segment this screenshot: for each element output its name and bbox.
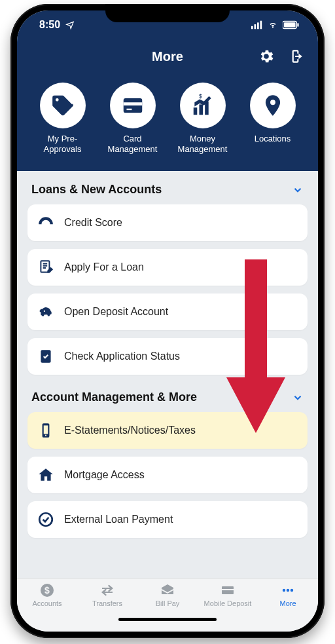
notch	[105, 4, 230, 22]
svg-text:$: $	[198, 93, 202, 100]
chevron-down-icon	[292, 392, 304, 404]
item-label: Credit Score	[64, 217, 122, 229]
item-open-deposit[interactable]: Open Deposit Account	[27, 294, 308, 330]
svg-rect-9	[126, 109, 132, 110]
svg-rect-5	[284, 22, 296, 27]
item-label: Check Application Status	[64, 350, 180, 362]
svg-rect-23	[222, 589, 234, 590]
quick-label: Locations	[255, 134, 291, 144]
tab-label: Transfers	[92, 599, 122, 607]
item-apply-loan[interactable]: Apply For a Loan	[27, 249, 308, 286]
svg-point-26	[291, 589, 293, 592]
battery-icon	[283, 20, 300, 29]
tab-label: Mobile Deposit	[204, 599, 252, 607]
quick-label: My Pre-Approvals	[30, 134, 96, 154]
tab-label: More	[279, 599, 296, 607]
home-indicator	[118, 618, 217, 621]
item-label: E-Statements/Notices/Taxes	[64, 425, 196, 436]
svg-text:$: $	[44, 585, 50, 596]
settings-icon[interactable]	[258, 48, 275, 65]
item-external-loan-payment[interactable]: External Loan Payment	[27, 501, 308, 538]
svg-point-24	[283, 589, 285, 592]
item-e-statements[interactable]: E-Statements/Notices/Taxes	[27, 412, 308, 449]
tab-accounts[interactable]: $ Accounts	[17, 582, 77, 607]
content: Loans & New Accounts Credit Score Apply …	[17, 171, 318, 578]
tab-transfers[interactable]: Transfers	[77, 582, 137, 607]
tab-bar: $ Accounts Transfers Bill Pay Mobile Dep…	[17, 578, 318, 632]
quick-locations[interactable]: Locations	[239, 83, 306, 154]
transfer-icon	[99, 582, 116, 598]
page-title: More	[152, 49, 183, 64]
item-mortgage-access[interactable]: Mortgage Access	[27, 457, 308, 493]
phone-doc-icon	[37, 422, 54, 439]
svg-rect-10	[193, 107, 197, 115]
quick-pre-approvals[interactable]: My Pre-Approvals	[29, 83, 96, 154]
section-account-mgmt-header[interactable]: Account Management & More	[17, 375, 318, 412]
item-credit-score[interactable]: Credit Score	[27, 204, 308, 241]
item-label: External Loan Payment	[64, 514, 173, 525]
logout-icon[interactable]	[287, 48, 304, 65]
svg-rect-1	[255, 24, 256, 29]
clipboard-check-icon	[37, 348, 54, 365]
svg-rect-8	[123, 102, 142, 105]
item-label: Open Deposit Account	[64, 306, 168, 318]
document-edit-icon	[37, 259, 54, 276]
check-icon	[219, 582, 236, 598]
more-dots-icon	[279, 582, 296, 598]
status-time: 8:50	[39, 19, 60, 31]
chart-icon: $	[190, 93, 215, 118]
quick-card-management[interactable]: Card Management	[99, 83, 166, 154]
piggy-bank-icon	[37, 303, 54, 320]
tab-label: Accounts	[32, 599, 62, 607]
svg-rect-17	[44, 426, 48, 434]
card-icon	[120, 93, 145, 118]
section-loans-header[interactable]: Loans & New Accounts	[17, 171, 318, 204]
envelope-icon	[159, 582, 176, 598]
tab-label: Bill Pay	[156, 599, 180, 607]
quick-label: Card Management	[100, 134, 166, 154]
home-icon	[37, 466, 54, 483]
wifi-icon	[267, 20, 279, 29]
svg-rect-11	[199, 104, 203, 115]
location-arrow-icon	[64, 20, 76, 29]
signal-icon	[251, 20, 263, 29]
svg-point-25	[287, 589, 289, 592]
quick-money-management[interactable]: $ Money Management	[169, 83, 236, 154]
item-check-status[interactable]: Check Application Status	[27, 338, 308, 375]
pin-icon	[260, 93, 285, 118]
section-title: Account Management & More	[31, 390, 197, 404]
gauge-icon	[37, 214, 54, 231]
chevron-down-icon	[292, 184, 304, 196]
tag-icon	[50, 93, 75, 118]
svg-rect-0	[251, 26, 253, 29]
phone-frame: 8:50 More My Pre-Approvals	[10, 4, 325, 638]
screen: 8:50 More My Pre-Approvals	[17, 10, 318, 632]
tab-mobile-deposit[interactable]: Mobile Deposit	[198, 582, 258, 607]
dollar-circle-icon: $	[39, 582, 56, 598]
check-circle-icon	[37, 511, 54, 528]
item-label: Apply For a Loan	[64, 261, 144, 273]
tab-bill-pay[interactable]: Bill Pay	[137, 582, 198, 607]
quick-label: Money Management	[170, 134, 236, 154]
svg-point-18	[45, 435, 46, 436]
svg-rect-2	[257, 22, 259, 29]
tab-more[interactable]: More	[258, 582, 318, 607]
section-title: Loans & New Accounts	[31, 183, 162, 197]
svg-rect-6	[297, 23, 298, 27]
svg-rect-3	[260, 21, 262, 29]
item-label: Mortgage Access	[64, 469, 145, 481]
header: More My Pre-Approvals Card Management $	[17, 39, 318, 171]
